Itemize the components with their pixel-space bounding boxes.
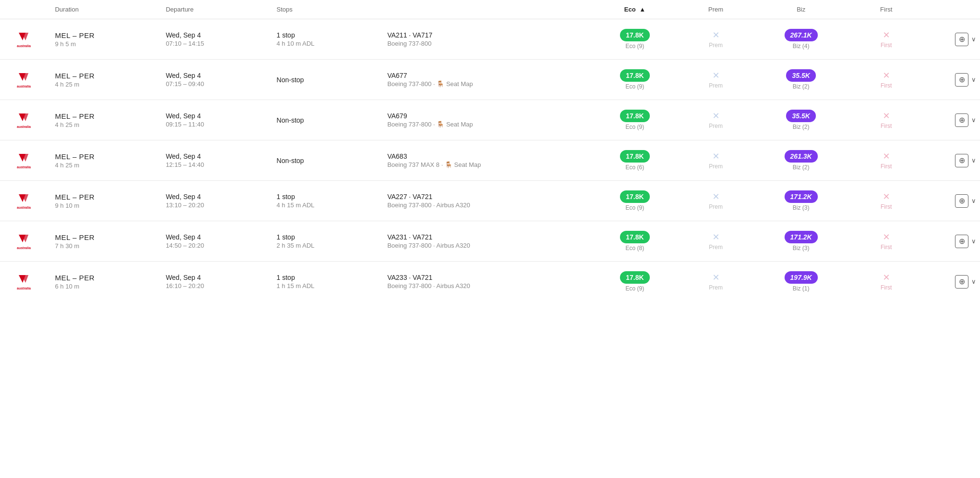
chevron-down-icon: ∨	[971, 238, 976, 245]
stops-main: 1 stop	[277, 233, 380, 241]
eco-sub: Eco (9)	[592, 124, 678, 130]
eco-badge[interactable]: 17.8K	[620, 69, 649, 82]
flight-aircraft: Boeing 737-800 · 🪑 Seat Map	[387, 80, 584, 88]
expand-button[interactable]: ∨	[971, 197, 976, 204]
biz-badge[interactable]: 171.2K	[785, 231, 818, 243]
col-header-action	[920, 0, 980, 19]
biz-cell[interactable]: 261.3K Biz (2)	[750, 140, 852, 181]
departure-date: Wed, Sep 4	[166, 112, 269, 120]
first-label: First	[856, 244, 916, 251]
departure-date: Wed, Sep 4	[166, 193, 269, 201]
first-unavailable-icon: ✕	[856, 191, 916, 202]
first-label: First	[856, 163, 916, 170]
flight-numbers: VA679	[387, 112, 584, 120]
biz-cell[interactable]: 197.9K Biz (1)	[750, 262, 852, 302]
col-header-logo	[0, 0, 51, 19]
biz-badge[interactable]: 261.3K	[785, 150, 818, 163]
biz-badge[interactable]: 35.5K	[786, 110, 815, 122]
add-button[interactable]: ⊕	[955, 235, 968, 248]
add-button[interactable]: ⊕	[955, 73, 968, 87]
plus-icon: ⊕	[959, 35, 965, 44]
eco-cell[interactable]: 17.8K Eco (6)	[588, 140, 682, 181]
eco-cell[interactable]: 17.8K Eco (9)	[588, 100, 682, 140]
stops-detail: 4 h 10 m ADL	[277, 40, 380, 47]
route-cell: MEL – PER 4 h 25 m	[51, 140, 162, 181]
first-cell: ✕ First	[852, 100, 920, 140]
eco-sub: Eco (9)	[592, 83, 678, 90]
col-header-biz: Biz	[750, 0, 852, 19]
eco-cell[interactable]: 17.8K Eco (9)	[588, 181, 682, 221]
first-cell: ✕ First	[852, 221, 920, 262]
biz-badge[interactable]: 197.9K	[785, 271, 818, 284]
prem-cell: ✕ Prem	[682, 100, 750, 140]
chevron-down-icon: ∨	[971, 76, 976, 83]
eco-badge[interactable]: 17.8K	[620, 190, 649, 203]
svg-text:australia: australia	[17, 206, 31, 209]
stops-detail: 2 h 35 m ADL	[277, 242, 380, 249]
expand-button[interactable]: ∨	[971, 157, 976, 164]
biz-badge[interactable]: 267.1K	[785, 29, 818, 41]
plus-icon: ⊕	[959, 75, 965, 84]
eco-badge[interactable]: 17.8K	[620, 231, 649, 243]
add-button[interactable]: ⊕	[955, 154, 968, 167]
seat-map-link[interactable]: 🪑 Seat Map	[437, 80, 473, 88]
flight-numbers: VA683	[387, 152, 584, 160]
route-name: MEL – PER	[55, 152, 158, 161]
departure-cell: Wed, Sep 4 07:15 – 09:40	[162, 60, 272, 100]
departure-time: 07:15 – 09:40	[166, 80, 269, 88]
first-cell: ✕ First	[852, 181, 920, 221]
eco-cell[interactable]: 17.8K Eco (8)	[588, 221, 682, 262]
eco-badge[interactable]: 17.8K	[620, 110, 649, 122]
flight-info-cell: VA677 Boeing 737-800 · 🪑 Seat Map	[384, 60, 588, 100]
table-row: australia MEL – PER 7 h 30 m Wed, Sep 4 …	[0, 221, 980, 262]
departure-cell: Wed, Sep 4 07:10 – 14:15	[162, 19, 272, 60]
route-cell: MEL – PER 9 h 5 m	[51, 19, 162, 60]
flight-info-cell: VA211 · VA717 Boeing 737-800	[384, 19, 588, 60]
eco-cell[interactable]: 17.8K Eco (9)	[588, 60, 682, 100]
biz-cell[interactable]: 171.2K Biz (3)	[750, 181, 852, 221]
airline-logo-cell: australia	[0, 181, 51, 221]
expand-button[interactable]: ∨	[971, 36, 976, 43]
svg-text:australia: australia	[17, 85, 31, 88]
table-row: australia MEL – PER 4 h 25 m Wed, Sep 4 …	[0, 100, 980, 140]
add-button[interactable]: ⊕	[955, 113, 968, 127]
stops-cell: 1 stop 4 h 10 m ADL	[273, 19, 384, 60]
action-cell: ⊕ ∨	[920, 60, 980, 100]
route-duration: 9 h 5 m	[55, 40, 158, 48]
prem-unavailable-icon: ✕	[685, 232, 746, 242]
departure-time: 13:10 – 20:20	[166, 201, 269, 209]
departure-time: 07:10 – 14:15	[166, 40, 269, 47]
eco-cell[interactable]: 17.8K Eco (9)	[588, 19, 682, 60]
eco-badge[interactable]: 17.8K	[620, 150, 649, 163]
route-name: MEL – PER	[55, 274, 158, 282]
biz-badge[interactable]: 35.5K	[786, 69, 815, 82]
biz-sub: Biz (2)	[754, 83, 848, 90]
add-button[interactable]: ⊕	[955, 33, 968, 46]
eco-sub: Eco (9)	[592, 285, 678, 292]
col-header-first: First	[852, 0, 920, 19]
eco-badge[interactable]: 17.8K	[620, 271, 649, 284]
col-header-eco[interactable]: Eco ▲	[588, 0, 682, 19]
flight-aircraft: Boeing 737-800 · Airbus A320	[387, 242, 584, 249]
eco-cell[interactable]: 17.8K Eco (9)	[588, 262, 682, 302]
biz-cell[interactable]: 35.5K Biz (2)	[750, 60, 852, 100]
departure-date: Wed, Sep 4	[166, 72, 269, 79]
biz-sub: Biz (3)	[754, 245, 848, 252]
eco-badge[interactable]: 17.8K	[620, 29, 649, 41]
expand-button[interactable]: ∨	[971, 116, 976, 124]
route-name: MEL – PER	[55, 233, 158, 241]
biz-cell[interactable]: 267.1K Biz (4)	[750, 19, 852, 60]
prem-label: Prem	[685, 163, 746, 170]
biz-cell[interactable]: 171.2K Biz (3)	[750, 221, 852, 262]
action-cell: ⊕ ∨	[920, 181, 980, 221]
expand-button[interactable]: ∨	[971, 278, 976, 285]
biz-cell[interactable]: 35.5K Biz (2)	[750, 100, 852, 140]
add-button[interactable]: ⊕	[955, 194, 968, 208]
biz-badge[interactable]: 171.2K	[785, 190, 818, 203]
expand-button[interactable]: ∨	[971, 76, 976, 83]
seat-map-link[interactable]: 🪑 Seat Map	[437, 121, 473, 128]
flight-info-cell: VA233 · VA721 Boeing 737-800 · Airbus A3…	[384, 262, 588, 302]
expand-button[interactable]: ∨	[971, 238, 976, 245]
add-button[interactable]: ⊕	[955, 275, 968, 289]
seat-map-link[interactable]: 🪑 Seat Map	[445, 161, 481, 168]
